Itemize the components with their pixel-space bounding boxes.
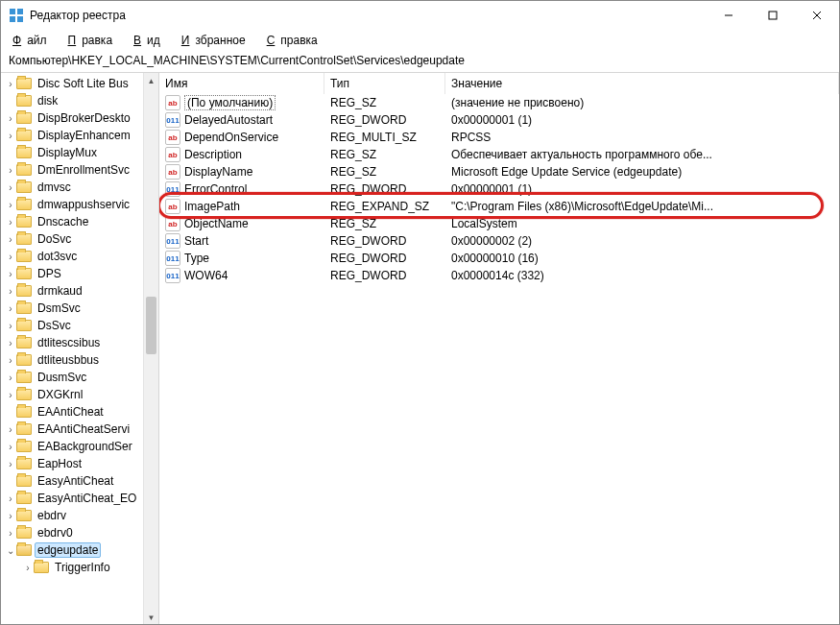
chevron-right-icon[interactable]: › [5, 338, 16, 349]
chevron-right-icon[interactable]: › [5, 373, 16, 383]
chevron-right-icon[interactable]: › [5, 390, 16, 400]
menu-favorites[interactable]: Избранное [176, 32, 257, 49]
scroll-thumb[interactable] [146, 297, 156, 354]
scroll-down-icon[interactable]: ▼ [144, 610, 158, 625]
value-data: LocalSystem [445, 217, 839, 230]
tree-item[interactable]: ›EAAntiCheat [1, 403, 158, 421]
list-row[interactable]: 011WOW64REG_DWORD0x0000014c (332) [159, 267, 839, 284]
chevron-right-icon[interactable]: › [5, 511, 16, 521]
chevron-right-icon[interactable]: › [5, 113, 16, 124]
chevron-right-icon[interactable]: › [5, 200, 16, 210]
tree-item[interactable]: ›DoSvc [1, 230, 158, 248]
tree-item[interactable]: ›EAAntiCheatServi [1, 421, 158, 438]
tree-item-label: DoSvc [35, 232, 74, 246]
list-row[interactable]: 011ErrorControlREG_DWORD0x00000001 (1) [159, 180, 839, 198]
tree-item[interactable]: ›Dnscache [1, 213, 158, 230]
scroll-up-icon[interactable]: ▲ [144, 73, 158, 88]
chevron-down-icon[interactable]: ⌄ [5, 545, 16, 556]
tree-item[interactable]: ›drmkaud [1, 282, 158, 300]
chevron-right-icon[interactable]: › [5, 459, 16, 469]
list-row[interactable]: abDependOnServiceREG_MULTI_SZRPCSS [159, 129, 839, 146]
tree-item[interactable]: ›disk [1, 92, 158, 109]
folder-icon [16, 95, 32, 107]
chevron-right-icon[interactable]: › [22, 563, 34, 573]
tree-item[interactable]: ›EasyAntiCheat_EO [1, 490, 158, 507]
tree-item[interactable]: ›DXGKrnl [1, 386, 158, 403]
menu-view[interactable]: Вид [128, 32, 172, 49]
chevron-right-icon[interactable]: › [5, 234, 16, 245]
chevron-right-icon[interactable]: › [5, 355, 16, 366]
registry-tree[interactable]: ›Disc Soft Lite Bus›disk›DispBrokerDeskt… [1, 73, 159, 625]
chevron-right-icon[interactable]: › [5, 424, 16, 435]
chevron-right-icon[interactable]: › [5, 165, 16, 176]
tree-item[interactable]: ›dtlitescsibus [1, 334, 158, 351]
column-type[interactable]: Тип [324, 73, 445, 94]
tree-item[interactable]: ›EapHost [1, 455, 158, 472]
list-row[interactable]: abDescriptionREG_SZОбеспечивает актуальн… [159, 146, 839, 163]
tree-item-label: EABackgroundSer [35, 440, 135, 453]
chevron-right-icon[interactable]: › [5, 286, 16, 297]
tree-item[interactable]: ›dtliteusbbus [1, 351, 158, 369]
column-value[interactable]: Значение [445, 73, 839, 94]
tree-item[interactable]: ›dmvsc [1, 179, 158, 196]
close-button[interactable] [795, 1, 839, 30]
chevron-right-icon[interactable]: › [5, 303, 16, 314]
window-title: Редактор реестра [30, 9, 126, 22]
value-type: REG_DWORD [324, 113, 445, 127]
folder-icon [16, 268, 32, 279]
menu-file[interactable]: Файл [7, 32, 59, 49]
tree-item-label: Dnscache [35, 215, 91, 228]
value-name: DependOnService [184, 131, 278, 144]
chevron-right-icon[interactable]: › [5, 321, 16, 331]
tree-item[interactable]: ›DusmSvc [1, 369, 158, 386]
list-row[interactable]: abDisplayNameREG_SZMicrosoft Edge Update… [159, 163, 839, 180]
tree-item[interactable]: ›TriggerInfo [1, 559, 158, 576]
minimize-button[interactable] [707, 1, 751, 30]
tree-item[interactable]: ›DisplayEnhancem [1, 127, 158, 144]
chevron-right-icon[interactable]: › [5, 528, 16, 539]
chevron-right-icon[interactable]: › [5, 442, 16, 452]
list-row[interactable]: 011DelayedAutostartREG_DWORD0x00000001 (… [159, 111, 839, 129]
list-row[interactable]: abImagePathREG_EXPAND_SZ"C:\Program File… [159, 198, 839, 215]
tree-item[interactable]: ›dot3svc [1, 248, 158, 265]
tree-item[interactable]: ›ebdrv0 [1, 524, 158, 541]
titlebar: Редактор реестра [1, 1, 839, 30]
chevron-right-icon[interactable]: › [5, 217, 16, 228]
tree-item[interactable]: ⌄edgeupdate [1, 541, 158, 559]
chevron-right-icon[interactable]: › [5, 131, 16, 141]
tree-item[interactable]: ›DisplayMux [1, 144, 158, 161]
folder-icon [16, 181, 32, 193]
chevron-right-icon[interactable]: › [5, 269, 16, 279]
tree-item[interactable]: ›DPS [1, 265, 158, 282]
value-type: REG_SZ [324, 148, 445, 161]
list-row[interactable]: abObjectNameREG_SZLocalSystem [159, 215, 839, 232]
menu-edit[interactable]: Правка [62, 32, 125, 49]
tree-item[interactable]: ›ebdrv [1, 507, 158, 524]
value-name: DisplayName [184, 165, 252, 179]
tree-item[interactable]: ›DispBrokerDeskto [1, 109, 158, 127]
chevron-right-icon[interactable]: › [5, 252, 16, 262]
maximize-button[interactable] [751, 1, 795, 30]
tree-item[interactable]: ›DmEnrollmentSvc [1, 161, 158, 179]
value-type: REG_MULTI_SZ [324, 131, 445, 144]
tree-scrollbar[interactable]: ▲ ▼ [143, 73, 158, 625]
svg-rect-5 [769, 12, 777, 19]
address-bar[interactable]: Компьютер\HKEY_LOCAL_MACHINE\SYSTEM\Curr… [1, 51, 839, 73]
tree-item[interactable]: ›Disc Soft Lite Bus [1, 75, 158, 92]
menu-help[interactable]: Справка [261, 32, 329, 49]
column-name[interactable]: Имя [159, 73, 324, 94]
tree-item[interactable]: ›dmwappushservic [1, 196, 158, 213]
tree-item[interactable]: ›EABackgroundSer [1, 438, 158, 455]
list-row[interactable]: ab(По умолчанию)REG_SZ(значение не присв… [159, 94, 839, 111]
value-data: RPCSS [445, 131, 839, 144]
tree-item-label: edgeupdate [35, 542, 101, 558]
chevron-right-icon[interactable]: › [5, 79, 16, 89]
chevron-right-icon[interactable]: › [5, 493, 16, 504]
tree-item[interactable]: ›DsmSvc [1, 300, 158, 317]
list-row[interactable]: 011TypeREG_DWORD0x00000010 (16) [159, 250, 839, 267]
list-row[interactable]: 011StartREG_DWORD0x00000002 (2) [159, 232, 839, 250]
tree-item[interactable]: ›DsSvc [1, 317, 158, 334]
tree-item[interactable]: ›EasyAntiCheat [1, 472, 158, 490]
folder-icon [16, 302, 32, 314]
chevron-right-icon[interactable]: › [5, 182, 16, 193]
